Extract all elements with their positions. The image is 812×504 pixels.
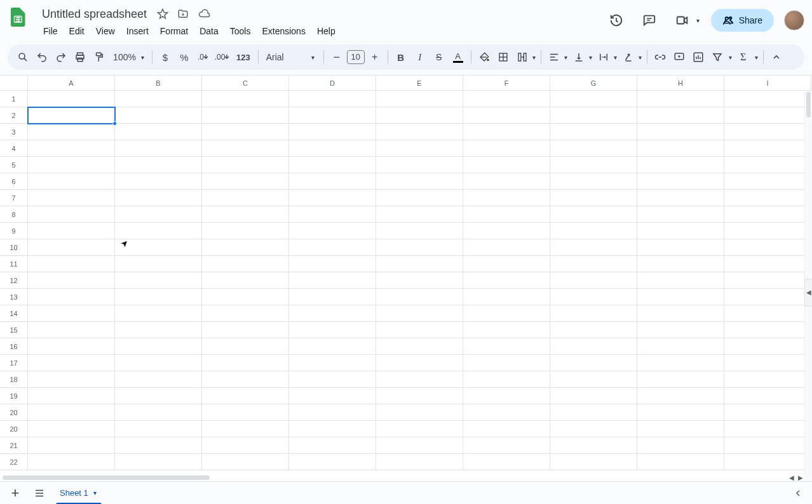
cell-H19[interactable] — [637, 388, 724, 404]
cell-H17[interactable] — [637, 355, 724, 371]
cell-E22[interactable] — [376, 454, 463, 470]
cell-H1[interactable] — [637, 91, 724, 107]
column-header-C[interactable]: C — [202, 76, 289, 90]
cell-C6[interactable] — [202, 173, 289, 190]
row-header-20[interactable]: 20 — [0, 421, 28, 437]
cell-I9[interactable] — [724, 223, 811, 239]
row-header-6[interactable]: 6 — [0, 173, 28, 190]
filter-dropdown-icon[interactable]: ▾ — [727, 54, 733, 61]
account-avatar[interactable] — [784, 10, 804, 30]
cell-C4[interactable] — [202, 140, 289, 157]
cell-I1[interactable] — [724, 91, 811, 107]
row-header-13[interactable]: 13 — [0, 289, 28, 305]
cell-F1[interactable] — [463, 91, 550, 107]
cell-C17[interactable] — [202, 355, 289, 371]
menu-tools[interactable]: Tools — [225, 23, 256, 39]
row-header-10[interactable]: 10 — [0, 239, 28, 256]
cell-D10[interactable] — [289, 239, 376, 256]
cell-H5[interactable] — [637, 157, 724, 173]
cell-B13[interactable] — [115, 289, 202, 305]
borders-icon[interactable] — [494, 48, 512, 66]
cell-E8[interactable] — [376, 206, 463, 223]
cell-I21[interactable] — [724, 437, 811, 454]
cell-D19[interactable] — [289, 388, 376, 404]
cell-D6[interactable] — [289, 173, 376, 190]
meet-icon[interactable] — [671, 9, 694, 32]
cell-D5[interactable] — [289, 157, 376, 173]
v-align-dropdown-icon[interactable]: ▾ — [588, 54, 593, 61]
move-icon[interactable] — [177, 8, 189, 20]
column-header-B[interactable]: B — [115, 76, 202, 90]
font-select[interactable]: Arial ▾ — [262, 49, 320, 65]
cell-F16[interactable] — [463, 338, 550, 355]
spreadsheet-grid[interactable]: ABCDEFGHI 123456789101112131415161718192… — [0, 75, 812, 481]
print-icon[interactable] — [71, 48, 89, 66]
cell-H13[interactable] — [637, 289, 724, 305]
search-menus-icon[interactable] — [14, 48, 32, 66]
cell-E9[interactable] — [376, 223, 463, 239]
cell-H10[interactable] — [637, 239, 724, 256]
cell-G19[interactable] — [550, 388, 637, 404]
cell-G18[interactable] — [550, 371, 637, 388]
v-align-icon[interactable] — [570, 48, 588, 66]
cell-I17[interactable] — [724, 355, 811, 371]
cell-H8[interactable] — [637, 206, 724, 223]
cell-I3[interactable] — [724, 124, 811, 140]
cell-F20[interactable] — [463, 404, 550, 421]
cell-G14[interactable] — [550, 305, 637, 322]
increase-font-icon[interactable]: + — [366, 48, 384, 66]
cell-D20[interactable] — [289, 404, 376, 421]
merge-cells-icon[interactable] — [513, 48, 531, 66]
cell-C8[interactable] — [202, 206, 289, 223]
cell-F14[interactable] — [463, 305, 550, 322]
fill-color-icon[interactable] — [475, 48, 493, 66]
format-number-icon[interactable]: 123 — [233, 48, 254, 66]
cell-B22[interactable] — [115, 454, 202, 470]
cell-B12[interactable] — [115, 272, 202, 289]
cell-E6[interactable] — [376, 173, 463, 190]
cell-H3[interactable] — [637, 124, 724, 140]
cell-A3[interactable] — [28, 124, 115, 140]
cell-B9[interactable] — [115, 223, 202, 239]
cell-D7[interactable] — [289, 190, 376, 206]
text-wrap-icon[interactable] — [595, 48, 612, 66]
cell-G22[interactable] — [550, 454, 637, 470]
cell-I2[interactable] — [724, 107, 811, 124]
cell-E1[interactable] — [376, 91, 463, 107]
insert-comment-icon[interactable] — [670, 48, 688, 66]
cell-H15[interactable] — [637, 322, 724, 338]
cell-E4[interactable] — [376, 140, 463, 157]
cell-B1[interactable] — [115, 91, 202, 107]
row-header-2[interactable]: 2 — [0, 107, 28, 124]
cell-C22[interactable] — [202, 454, 289, 470]
cell-D16[interactable] — [289, 338, 376, 355]
menu-insert[interactable]: Insert — [121, 23, 154, 39]
cell-A19[interactable] — [28, 388, 115, 404]
cell-B20[interactable] — [115, 421, 202, 437]
cell-C12[interactable] — [202, 272, 289, 289]
cell-F22[interactable] — [463, 454, 550, 470]
cell-C3[interactable] — [202, 124, 289, 140]
merge-dropdown-icon[interactable]: ▾ — [531, 54, 537, 61]
column-header-E[interactable]: E — [376, 76, 463, 90]
h-align-icon[interactable] — [545, 48, 563, 66]
cell-F19[interactable] — [463, 388, 550, 404]
row-header-22[interactable]: 22 — [0, 454, 28, 470]
cell-F5[interactable] — [463, 157, 550, 173]
column-header-F[interactable]: F — [463, 76, 550, 90]
cell-E20[interactable] — [376, 404, 463, 421]
cell-I10[interactable] — [724, 239, 811, 256]
cell-B7[interactable] — [115, 190, 202, 206]
cell-B14[interactable] — [115, 305, 202, 322]
cell-H18[interactable] — [637, 371, 724, 388]
cell-G20[interactable] — [550, 404, 637, 421]
cell-A1[interactable] — [28, 91, 115, 107]
cell-D21[interactable] — [289, 437, 376, 454]
cell-G21[interactable] — [550, 437, 637, 454]
cell-G16[interactable] — [550, 338, 637, 355]
cell-E10[interactable] — [376, 239, 463, 256]
cell-A16[interactable] — [28, 338, 115, 355]
redo-icon[interactable] — [52, 48, 70, 66]
cell-I18[interactable] — [724, 371, 811, 388]
add-sheet-icon[interactable]: + — [5, 483, 25, 503]
